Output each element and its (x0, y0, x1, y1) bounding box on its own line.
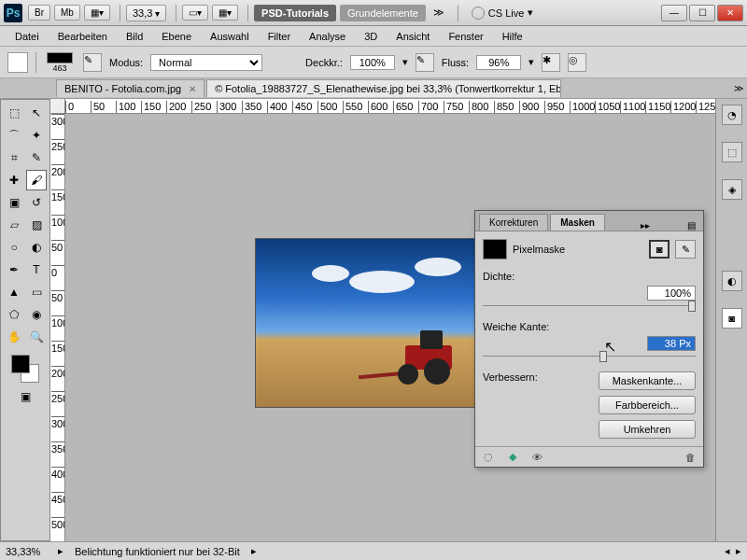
zoom-preset[interactable]: 33,3 ▾ (126, 5, 166, 21)
vector-mask-button[interactable]: ✎ (675, 240, 696, 259)
bridge-button[interactable]: Br (28, 5, 50, 21)
masks-panel-icon[interactable]: ◙ (722, 308, 742, 329)
menu-bild[interactable]: Bild (117, 31, 152, 42)
feather-value[interactable]: 38 Px (647, 336, 696, 351)
quickmask-toggle[interactable]: ▣ (15, 386, 35, 407)
document-canvas[interactable] (256, 239, 480, 407)
invert-button[interactable]: Umkehren (599, 420, 696, 439)
close-button[interactable]: ✕ (717, 5, 743, 21)
arrange-button[interactable]: ▦▾ (212, 5, 238, 21)
color-range-button[interactable]: Farbbereich... (599, 396, 696, 414)
app-logo[interactable]: Ps (4, 4, 22, 22)
gradient-tool[interactable]: ▨ (26, 215, 47, 235)
airbrush-icon[interactable]: ✱ (542, 53, 560, 72)
hand-tool[interactable]: ✋ (4, 327, 24, 347)
menu-hilfe[interactable]: Hilfe (493, 31, 532, 42)
toolbox: ⬚ ↖ ⌒ ✦ ⌗ ✎ ✚ 🖌 ▣ ↺ ▱ ▨ ○ ◐ ✒ T ▲ ▭ ⬠ ◉ … (0, 99, 50, 541)
type-tool[interactable]: T (26, 259, 47, 280)
feather-slider[interactable] (483, 351, 696, 362)
close-icon[interactable]: ✕ (189, 84, 196, 94)
menu-3d[interactable]: 3D (355, 31, 387, 42)
ruler-vertical[interactable]: 3002502001501005005010015020025030035040… (50, 114, 65, 541)
zoom-tool[interactable]: 🔍 (26, 327, 47, 347)
healing-tool[interactable]: ✚ (4, 170, 24, 190)
lasso-tool[interactable]: ⌒ (4, 125, 24, 146)
doc-tab-1[interactable]: BENITO - Fotolia.com.jpg✕ (56, 79, 204, 97)
tablet-size-icon[interactable]: ◎ (568, 53, 586, 72)
menu-analyse[interactable]: Analyse (300, 31, 355, 42)
color-swatches[interactable] (11, 355, 39, 383)
ruler-origin[interactable] (50, 99, 65, 114)
menu-ansicht[interactable]: Ansicht (387, 31, 439, 42)
screen-mode-button[interactable]: ▦▾ (84, 5, 110, 21)
titlebar: Ps Br Mb ▦▾ 33,3 ▾ ▭▾ ▦▾ PSD-Tutorials G… (0, 0, 747, 26)
apply-mask-icon[interactable]: ◆ (505, 451, 520, 464)
view-extras-button[interactable]: ▭▾ (182, 5, 208, 21)
menu-bearbeiten[interactable]: Bearbeiten (49, 31, 117, 42)
tab-masken[interactable]: Masken (550, 214, 605, 231)
blend-mode-select[interactable]: Normal (150, 54, 262, 71)
tool-preset-icon[interactable] (7, 52, 28, 73)
maximize-button[interactable]: ☐ (689, 5, 715, 21)
density-label: Dichte: (483, 271, 696, 282)
masks-panel: Korrekturen Masken ▸▸ ▤ Pixelmaske ◙ ✎ D… (474, 210, 704, 468)
blur-tool[interactable]: ○ (4, 237, 24, 258)
scroll-right-icon[interactable]: ▸ (736, 545, 741, 557)
panel-menu-icon[interactable]: ▤ (684, 220, 699, 231)
3d-camera-tool[interactable]: ◉ (26, 304, 47, 325)
stamp-tool[interactable]: ▣ (4, 192, 24, 213)
fg-color[interactable] (11, 355, 30, 373)
ruler-horizontal[interactable]: 0501001502002503003504004505005506006507… (65, 99, 715, 114)
path-select-tool[interactable]: ▲ (4, 282, 24, 302)
scroll-left-icon[interactable]: ◂ (725, 545, 730, 557)
move-tool[interactable]: ⬚ (4, 103, 24, 123)
menu-datei[interactable]: Datei (6, 31, 49, 42)
crop-tool[interactable]: ⌗ (4, 147, 24, 168)
flow-input[interactable] (476, 55, 521, 70)
load-selection-icon[interactable]: ◌ (481, 451, 496, 464)
brush-tool[interactable]: 🖌 (26, 170, 47, 190)
density-slider[interactable] (483, 301, 696, 312)
3d-tool[interactable]: ⬠ (4, 304, 24, 325)
cslive[interactable]: CS Live ▾ (472, 7, 534, 20)
density-value[interactable]: 100% (647, 286, 696, 301)
history-brush-tool[interactable]: ↺ (26, 192, 47, 213)
opacity-input[interactable] (350, 55, 395, 70)
marquee-tool[interactable]: ↖ (26, 103, 47, 123)
menu-auswahl[interactable]: Auswahl (201, 31, 259, 42)
brush-size-swatch[interactable]: 463 (44, 52, 76, 73)
disable-mask-icon[interactable]: 👁 (529, 451, 544, 464)
color-panel-icon[interactable]: ◔ (722, 105, 742, 125)
mode-label: Modus: (109, 57, 143, 68)
menu-fenster[interactable]: Fenster (439, 31, 492, 42)
eraser-tool[interactable]: ▱ (4, 215, 24, 235)
tab-overflow[interactable]: ≫ (734, 83, 743, 93)
menu-filter[interactable]: Filter (259, 31, 300, 42)
doc-tab-2[interactable]: © Fotolia_19883727_S_Elenathewise.jpg be… (206, 79, 561, 97)
dodge-tool[interactable]: ◐ (26, 237, 47, 258)
brush-panel-toggle[interactable]: ✎ (83, 53, 102, 72)
swatches-panel-icon[interactable]: ⬚ (722, 142, 742, 162)
minimize-button[interactable]: — (661, 5, 687, 21)
zoom-level[interactable]: 33,33% (6, 546, 52, 557)
opacity-label: Deckkr.: (305, 57, 343, 68)
minibridge-button[interactable]: Mb (54, 5, 80, 21)
magic-wand-tool[interactable]: ✦ (26, 125, 47, 146)
more-workspaces[interactable]: ≫ (433, 7, 444, 19)
tablet-opacity-icon[interactable]: ✎ (416, 53, 434, 72)
mask-thumbnail[interactable] (483, 239, 507, 259)
pixel-mask-button[interactable]: ◙ (649, 240, 669, 259)
mask-edge-button[interactable]: Maskenkante... (599, 371, 696, 390)
menu-ebene[interactable]: Ebene (152, 31, 201, 42)
panel-collapse[interactable]: ▸▸ (637, 220, 654, 231)
delete-mask-icon[interactable]: 🗑 (683, 451, 698, 464)
adjustments-panel-icon[interactable]: ◐ (722, 271, 742, 291)
workspace-tab-grund[interactable]: Grundelemente (340, 5, 426, 21)
pen-tool[interactable]: ✒ (4, 259, 24, 280)
styles-panel-icon[interactable]: ◈ (722, 179, 742, 200)
tab-korrekturen[interactable]: Korrekturen (479, 214, 548, 231)
workspace-tab-psd[interactable]: PSD-Tutorials (254, 5, 336, 21)
shape-tool[interactable]: ▭ (26, 282, 47, 302)
eyedropper-tool[interactable]: ✎ (26, 147, 47, 168)
statusbar: 33,33% ▸ Belichtung funktioniert nur bei… (0, 541, 747, 560)
